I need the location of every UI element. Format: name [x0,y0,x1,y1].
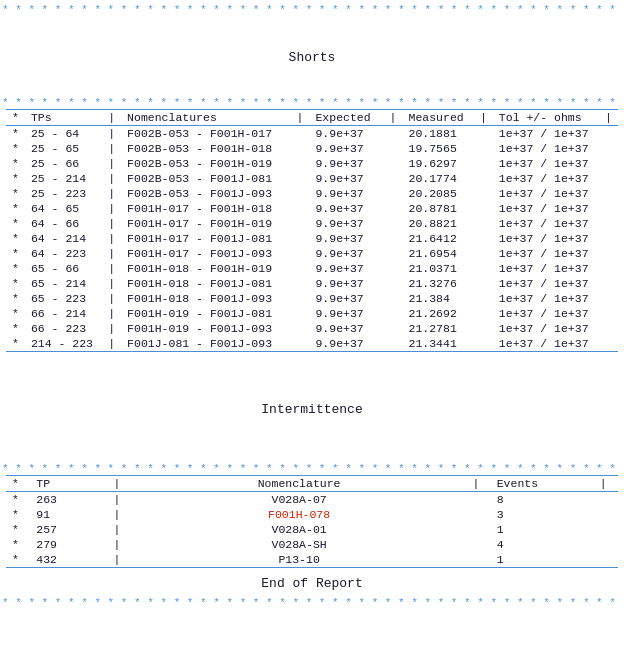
interm-star: * [6,552,30,568]
row-sep4 [474,276,493,291]
row-tps: 65 - 214 [25,276,102,291]
row-sep1: | [102,246,121,261]
interm-row-2: * 257 | V028A-01 1 [6,522,618,537]
row-sep2 [291,156,310,171]
interm-nom: P13-10 [132,552,467,568]
interm-events: 3 [491,507,594,522]
row-tps: 25 - 64 [25,126,102,142]
top-border: * * * * * * * * * * * * * * * * * * * * … [2,4,622,16]
row-sep1: | [102,321,121,336]
interm-events: 4 [491,537,594,552]
row-tol: 1e+37 / 1e+37 [493,321,599,336]
row-tps: 64 - 223 [25,246,102,261]
row-sep1: | [102,291,121,306]
row-meas: 19.7565 [403,141,474,156]
row-star: * [6,216,25,231]
interm-events: 8 [491,492,594,508]
row-sep5 [599,246,618,261]
row-nom: F001H-017 - F001J-093 [121,246,290,261]
interm-sep2 [466,537,490,552]
row-sep2 [291,216,310,231]
intermittence-header-sep1: | [108,476,132,492]
interm-tp: 432 [30,552,107,568]
intermittence-top-border: * * * * * * * * * * * * * * * * * * * * … [2,463,622,475]
row-sep2 [291,291,310,306]
row-sep5 [599,276,618,291]
row-exp: 9.9e+37 [309,321,383,336]
shorts-top-border: * * * * * * * * * * * * * * * * * * * * … [2,97,622,109]
interm-row-1: * 91 | F001H-078 3 [6,507,618,522]
row-sep5 [599,156,618,171]
row-nom: F002B-053 - F001H-018 [121,141,290,156]
row-meas: 20.1774 [403,171,474,186]
row-sep3 [384,126,403,142]
shorts-header-nom: Nomenclatures [121,110,290,126]
shorts-header-star: * [6,110,25,126]
interm-sep2 [466,492,490,508]
intermittence-header-row: * TP | Nomenclature | Events | [6,476,618,492]
row-sep3 [384,291,403,306]
row-sep4 [474,186,493,201]
row-tol: 1e+37 / 1e+37 [493,261,599,276]
shorts-row-2: * 25 - 66 | F002B-053 - F001H-019 9.9e+3… [6,156,618,171]
row-sep3 [384,156,403,171]
row-sep3 [384,216,403,231]
row-sep4 [474,216,493,231]
intermittence-table: * TP | Nomenclature | Events | * 263 | V… [6,475,618,570]
row-nom: F002B-053 - F001J-093 [121,186,290,201]
row-sep4 [474,321,493,336]
row-tps: 65 - 66 [25,261,102,276]
row-nom: F001H-018 - F001J-081 [121,276,290,291]
row-meas: 20.8821 [403,216,474,231]
row-nom: F002B-053 - F001H-017 [121,126,290,142]
interm-sep3 [594,507,618,522]
shorts-table: * TPs | Nomenclatures | Expected | Measu… [6,109,618,354]
row-sep2 [291,231,310,246]
row-sep5 [599,231,618,246]
row-tps: 64 - 66 [25,216,102,231]
row-sep1: | [102,276,121,291]
row-sep4 [474,261,493,276]
row-tol: 1e+37 / 1e+37 [493,126,599,142]
interm-nom: V028A-SH [132,537,467,552]
row-sep1: | [102,141,121,156]
shorts-table-container: * TPs | Nomenclatures | Expected | Measu… [2,109,622,354]
shorts-header-row: * TPs | Nomenclatures | Expected | Measu… [6,110,618,126]
interm-tp: 91 [30,507,107,522]
row-sep3 [384,261,403,276]
row-sep2 [291,141,310,156]
shorts-row-12: * 66 - 214 | F001H-019 - F001J-081 9.9e+… [6,306,618,321]
row-nom: F001H-018 - F001H-019 [121,261,290,276]
row-nom: F001H-018 - F001J-093 [121,291,290,306]
row-sep3 [384,141,403,156]
row-tps: 25 - 223 [25,186,102,201]
row-sep3 [384,321,403,336]
intermittence-header-sep2: | [466,476,490,492]
shorts-row-1: * 25 - 65 | F002B-053 - F001H-018 9.9e+3… [6,141,618,156]
row-sep1: | [102,336,121,352]
interm-sep3 [594,552,618,568]
row-exp: 9.9e+37 [309,201,383,216]
intermittence-header-nom: Nomenclature [132,476,467,492]
interm-star: * [6,507,30,522]
row-star: * [6,291,25,306]
row-meas: 21.6954 [403,246,474,261]
shorts-row-8: * 64 - 223 | F001H-017 - F001J-093 9.9e+… [6,246,618,261]
row-meas: 21.3441 [403,336,474,352]
row-star: * [6,126,25,142]
row-star: * [6,171,25,186]
row-tps: 25 - 66 [25,156,102,171]
interm-tp: 257 [30,522,107,537]
row-sep5 [599,336,618,352]
row-sep5 [599,306,618,321]
interm-star: * [6,537,30,552]
row-sep3 [384,186,403,201]
row-sep1: | [102,201,121,216]
row-meas: 21.2781 [403,321,474,336]
row-sep4 [474,156,493,171]
row-sep3 [384,336,403,352]
interm-sep1: | [108,522,132,537]
row-nom: F001H-019 - F001J-081 [121,306,290,321]
interm-sep1: | [108,492,132,508]
row-sep1: | [102,156,121,171]
